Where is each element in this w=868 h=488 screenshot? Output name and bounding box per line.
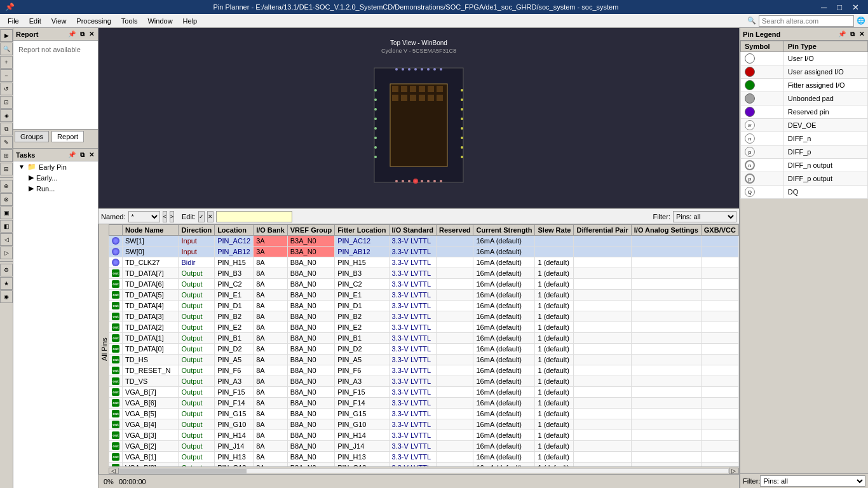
table-scroll-h[interactable]: ◁ ▷ (109, 466, 739, 474)
table-row[interactable]: outTD_VSOutputPIN_A38AB8A_N0PIN_A33.3-V … (109, 376, 738, 387)
report-float-btn[interactable]: ⧉ (79, 30, 86, 37)
tool-btn-6[interactable]: ⊡ (0, 96, 13, 109)
expand-arrow-early-pin[interactable]: ▼ (18, 163, 25, 170)
named-arrow-left[interactable]: < (163, 211, 167, 222)
tool-btn-20[interactable]: ◉ (0, 290, 13, 303)
tasks-pin-btn[interactable]: 📌 (67, 151, 77, 158)
menu-window[interactable]: Window (142, 16, 177, 26)
col-header-io-analog[interactable]: I/O Analog Settings (631, 225, 701, 236)
col-header-name[interactable]: Node Name (122, 225, 178, 236)
table-row[interactable]: SW[1]InputPIN_AC123AB3A_N0PIN_AC123.3-V … (109, 236, 738, 247)
tool-btn-19[interactable]: ★ (0, 277, 13, 290)
legend-close-btn[interactable]: ✕ (858, 30, 865, 37)
scroll-h-left[interactable]: ◁ (109, 468, 119, 474)
menu-tools[interactable]: Tools (116, 16, 143, 26)
menu-processing[interactable]: Processing (71, 16, 116, 26)
row-pin-type: out (109, 344, 122, 355)
table-row[interactable]: SW[0]InputPIN_AB123AB3A_N0PIN_AB123.3-V … (109, 247, 738, 257)
menu-view[interactable]: View (46, 16, 72, 26)
table-row[interactable]: outVGA_B[4]OutputPIN_G108AB8A_N0PIN_G103… (109, 419, 738, 430)
search-input[interactable] (759, 15, 854, 27)
task-item-early[interactable]: ▶ Early... (13, 172, 98, 183)
tool-btn-2[interactable]: 🔍 (0, 43, 13, 55)
table-row[interactable]: outTD_DATA[4]OutputPIN_D18AB8A_N0PIN_D13… (109, 301, 738, 311)
row-location: PIN_B1 (215, 333, 254, 344)
minimize-button[interactable]: ─ (817, 3, 831, 12)
table-row[interactable]: outTD_DATA[2]OutputPIN_E28AB8A_N0PIN_E23… (109, 322, 738, 333)
named-arrow-right[interactable]: > (170, 211, 174, 222)
table-row[interactable]: outTD_DATA[7]OutputPIN_B38AB8A_N0PIN_B33… (109, 268, 738, 279)
table-row[interactable]: outTD_DATA[6]OutputPIN_C28AB8A_N0PIN_C23… (109, 279, 738, 290)
table-row[interactable]: outVGA_B[7]OutputPIN_F158AB8A_N0PIN_F153… (109, 387, 738, 398)
close-button[interactable]: ✕ (848, 3, 863, 12)
tool-btn-10[interactable]: ⊞ (0, 149, 13, 162)
sym-unbonded (745, 93, 755, 104)
table-row[interactable]: outVGA_B[3]OutputPIN_H148AB8A_N0PIN_H143… (109, 430, 738, 441)
col-header-gxb[interactable]: GXB/VCC (701, 225, 738, 236)
tool-btn-4[interactable]: − (0, 69, 13, 82)
tab-groups[interactable]: Groups (15, 131, 49, 142)
maximize-button[interactable]: □ (833, 3, 846, 12)
tab-report[interactable]: Report (51, 131, 84, 142)
menu-help[interactable]: Help (178, 16, 203, 26)
svg-point-46 (413, 179, 418, 184)
col-header-io-bank[interactable]: I/O Bank (254, 225, 288, 236)
tool-btn-17[interactable]: ▷ (0, 247, 13, 259)
scroll-h-track[interactable] (119, 468, 729, 473)
col-header-cur-strength[interactable]: Current Strength (473, 225, 535, 236)
row-io-bank: 3A (254, 247, 288, 257)
table-row[interactable]: TD_CLK27BidirPIN_H158AB8A_N0PIN_H153.3-V… (109, 257, 738, 268)
table-row[interactable]: outTD_DATA[3]OutputPIN_B28AB8A_N0PIN_B23… (109, 311, 738, 322)
col-header-location[interactable]: Location (215, 225, 254, 236)
legend-pin-btn[interactable]: 📌 (837, 30, 847, 37)
tool-btn-12[interactable]: ⊕ (0, 180, 13, 193)
scroll-h-right[interactable]: ▷ (729, 468, 739, 474)
task-item-run[interactable]: ▶ Run... (13, 183, 98, 194)
col-header-vref[interactable]: VREF Group (287, 225, 334, 236)
table-row[interactable]: outVGA_B[5]OutputPIN_G158AB8A_N0PIN_G153… (109, 409, 738, 419)
task-folder-early-pin[interactable]: ▼ 📁 Early Pin (13, 161, 98, 172)
table-row[interactable]: outVGA_B[2]OutputPIN_J148AB8A_N0PIN_J143… (109, 441, 738, 452)
tool-btn-16[interactable]: ◁ (0, 233, 13, 246)
tool-btn-8[interactable]: ⧉ (0, 123, 13, 135)
table-row[interactable]: outTD_DATA[5]OutputPIN_E18AB8A_N0PIN_E13… (109, 290, 738, 301)
col-header-io-std[interactable]: I/O Standard (389, 225, 436, 236)
tasks-float-btn[interactable]: ⧉ (79, 151, 86, 158)
table-row[interactable]: outTD_DATA[0]OutputPIN_D28AB8A_N0PIN_D23… (109, 344, 738, 355)
table-row[interactable]: outTD_HSOutputPIN_A58AB8A_N0PIN_A53.3-V … (109, 355, 738, 365)
table-row[interactable]: outTD_DATA[1]OutputPIN_B18AB8A_N0PIN_B13… (109, 333, 738, 344)
menu-edit[interactable]: Edit (24, 16, 46, 26)
tool-btn-11[interactable]: ⊟ (0, 163, 13, 175)
tool-btn-14[interactable]: ▣ (0, 207, 13, 219)
tool-btn-1[interactable]: ▶ (0, 29, 13, 42)
table-row[interactable]: outTD_RESET_NOutputPIN_F68AB8A_N0PIN_F63… (109, 365, 738, 376)
tool-btn-5[interactable]: ↺ (0, 83, 13, 95)
edit-input[interactable]: VGA_G[7] (216, 211, 292, 222)
tool-btn-7[interactable]: ◈ (0, 109, 13, 122)
report-close-btn[interactable]: ✕ (88, 30, 95, 37)
legend-float-btn[interactable]: ⧉ (849, 30, 856, 37)
col-header-direction[interactable]: Direction (179, 225, 215, 236)
tool-btn-13[interactable]: ⊗ (0, 193, 13, 206)
col-header-slew-rate[interactable]: Slew Rate (535, 225, 574, 236)
all-pins-label[interactable]: All Pins (98, 224, 109, 474)
legend-filter-select[interactable]: Pins: all (760, 475, 865, 487)
col-header-diff-pair[interactable]: Differential Pair (574, 225, 631, 236)
col-header-reserved[interactable]: Reserved (436, 225, 473, 236)
tasks-close-btn[interactable]: ✕ (88, 151, 95, 158)
tool-btn-15[interactable]: ◧ (0, 220, 13, 233)
named-dropdown[interactable]: * (128, 211, 160, 222)
tool-btn-18[interactable]: ⚙ (0, 264, 13, 276)
tool-btn-9[interactable]: ✎ (0, 136, 13, 149)
col-header-type[interactable] (109, 225, 122, 236)
filter-select[interactable]: Pins: all (673, 211, 736, 222)
table-row[interactable]: outVGA_B[6]OutputPIN_F148AB8A_N0PIN_F143… (109, 398, 738, 409)
scroll-h-thumb[interactable] (119, 469, 247, 474)
edit-x-btn[interactable]: ✕ (207, 211, 214, 222)
col-header-fitter-loc[interactable]: Fitter Location (335, 225, 389, 236)
table-row[interactable]: outVGA_B[1]OutputPIN_H138AB8A_N0PIN_H133… (109, 452, 738, 463)
edit-check-btn[interactable]: ✓ (198, 211, 205, 222)
report-pin-btn[interactable]: 📌 (67, 30, 77, 37)
tool-btn-3[interactable]: + (0, 56, 13, 69)
menu-file[interactable]: File (3, 16, 24, 26)
